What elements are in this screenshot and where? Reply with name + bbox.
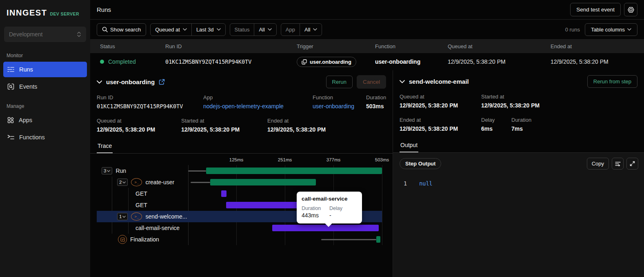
field-step-duration: Duration 7ms bbox=[511, 117, 637, 132]
tooltip-title: call-email-service bbox=[302, 196, 357, 202]
status-filter-dropdown[interactable]: All bbox=[254, 24, 276, 36]
sidebar-item-runs[interactable]: Runs bbox=[3, 62, 87, 77]
field-duration: Duration 503ms bbox=[366, 94, 386, 109]
sidebar-item-label: Apps bbox=[19, 117, 32, 123]
field-run-id: Run ID 01KC1ZMSBNY9ZQT415RP94K0TV bbox=[97, 94, 203, 109]
finalization-check-icon bbox=[118, 235, 127, 244]
sidebar-item-label: Runs bbox=[19, 66, 33, 73]
dev-server-badge: DEV SERVER bbox=[50, 11, 79, 16]
field-step-started-at: Started at 12/9/2025, 5:38:20 PM bbox=[481, 94, 637, 109]
app-link[interactable]: nodejs-open-telemetry-example bbox=[203, 103, 313, 109]
manage-section-label: Manage bbox=[7, 103, 84, 109]
function-link[interactable]: user-onboarding bbox=[313, 103, 366, 109]
trace-bar[interactable] bbox=[226, 202, 299, 208]
run-detail-tabs: Trace bbox=[90, 140, 393, 154]
field-step-queued-at: Queued at 12/9/2025, 5:38:20 PM bbox=[400, 94, 481, 109]
column-header-status[interactable]: Status bbox=[100, 43, 165, 49]
trace-bar[interactable] bbox=[272, 225, 379, 231]
tab-trace[interactable]: Trace bbox=[97, 140, 113, 153]
trace-bar[interactable] bbox=[206, 168, 382, 174]
trace-bar[interactable] bbox=[221, 190, 227, 197]
trace-row-create-user[interactable]: 2>_create-user bbox=[97, 176, 382, 188]
brand: INNGEST DEV SERVER bbox=[0, 0, 90, 19]
field-started-at: Started at 12/9/2025, 5:38:20 PM bbox=[181, 118, 267, 133]
sidebar-item-functions[interactable]: Functions bbox=[3, 130, 87, 145]
send-test-event-button[interactable]: Send test event bbox=[570, 3, 621, 16]
tooltip-delay-label: Delay bbox=[329, 206, 357, 211]
cancel-button: Cancel bbox=[357, 75, 386, 89]
chevron-down-icon bbox=[627, 28, 631, 31]
sidebar-item-events[interactable]: Events bbox=[3, 79, 87, 94]
trace-bar[interactable] bbox=[210, 179, 316, 185]
column-header-queued-at[interactable]: Queued at bbox=[448, 43, 551, 49]
inngest-logo: INNGEST bbox=[7, 8, 47, 18]
trace-axis-labels: 125ms251ms377ms503ms bbox=[188, 156, 382, 165]
functions-icon bbox=[7, 134, 14, 140]
trace-tooltip: call-email-serviceDurationDelay443ms- bbox=[297, 192, 362, 223]
trace-row-finalization[interactable]: Finalization bbox=[97, 234, 382, 245]
trace-row-label: send-welcome... bbox=[145, 213, 187, 220]
sidebar-item-apps[interactable]: Apps bbox=[3, 112, 87, 128]
chevron-down-icon bbox=[313, 28, 317, 31]
field-ended-at: Ended at 12/9/2025, 5:38:20 PM bbox=[267, 118, 386, 133]
time-field-dropdown[interactable]: Queued at bbox=[151, 24, 191, 36]
chevron-down-icon bbox=[217, 28, 221, 31]
code-value: null bbox=[419, 180, 433, 187]
collapse-count-badge[interactable]: 2 bbox=[117, 179, 128, 186]
trigger-badge[interactable]: user.onboarding bbox=[297, 57, 356, 67]
copy-button[interactable]: Copy bbox=[587, 158, 609, 170]
collapse-chevron-icon[interactable] bbox=[400, 80, 405, 83]
trace-row-run[interactable]: 3Run bbox=[97, 165, 382, 176]
sidebar: INNGEST DEV SERVER Development Monitor R… bbox=[0, 0, 90, 277]
runs-icon bbox=[7, 67, 14, 72]
function-cell[interactable]: user-onboarding bbox=[375, 58, 448, 65]
show-search-button[interactable]: Show search bbox=[97, 23, 146, 36]
field-queued-at: Queued at 12/9/2025, 5:38:20 PM bbox=[97, 118, 181, 133]
event-icon bbox=[302, 59, 307, 65]
status-filter-label: Status bbox=[230, 24, 254, 36]
table-columns-button[interactable]: Table columns bbox=[585, 23, 637, 36]
status-filter: Status All bbox=[230, 23, 277, 36]
output-code: 1 null bbox=[393, 174, 644, 187]
collapse-count-badge[interactable]: 1 bbox=[117, 213, 128, 220]
column-header-trigger[interactable]: Trigger bbox=[297, 43, 375, 49]
trace-time-axis: 125ms251ms377ms503ms bbox=[97, 156, 382, 165]
collapse-chevron-icon[interactable] bbox=[97, 80, 102, 84]
tab-output[interactable]: Output bbox=[400, 139, 418, 152]
app-filter-dropdown[interactable]: All bbox=[300, 24, 322, 36]
time-filter: Queued at Last 3d bbox=[150, 23, 225, 36]
status-dot-completed bbox=[100, 60, 104, 64]
time-range-dropdown[interactable]: Last 3d bbox=[191, 24, 225, 36]
workspace-select[interactable]: Development bbox=[4, 27, 86, 42]
expand-button[interactable] bbox=[626, 158, 638, 170]
trace-row-call-email-service[interactable]: call-email-service bbox=[97, 222, 382, 234]
rerun-button[interactable]: Rerun bbox=[326, 76, 353, 88]
sidebar-item-label: Functions bbox=[19, 134, 45, 141]
step-detail-title: send-welcome-email bbox=[409, 78, 469, 85]
expand-icon bbox=[630, 161, 635, 166]
external-link-icon[interactable] bbox=[159, 79, 165, 85]
rerun-from-step-button[interactable]: Rerun from step bbox=[587, 75, 637, 88]
step-run-icon: >_ bbox=[131, 212, 142, 221]
trace-row-label: GET bbox=[135, 190, 147, 197]
settings-button[interactable] bbox=[624, 3, 637, 16]
axis-tick-label: 503ms bbox=[375, 157, 389, 162]
step-detail-panel: send-welcome-email Rerun from step Queue… bbox=[393, 70, 644, 277]
column-header-ended-at[interactable]: Ended at bbox=[551, 43, 644, 49]
table-row[interactable]: Completed 01KC1ZMSBNY9ZQT415RP94K0TV use… bbox=[90, 53, 644, 70]
app-filter: App All bbox=[281, 23, 322, 36]
trace-delay-line bbox=[191, 182, 210, 183]
search-icon bbox=[102, 27, 108, 32]
step-run-icon: >_ bbox=[131, 178, 142, 186]
topbar: Runs Send test event bbox=[90, 0, 644, 20]
trace-rows: 3Run2>_create-userGETGET1>_send-welcome.… bbox=[97, 165, 382, 245]
collapse-count-badge[interactable]: 3 bbox=[102, 167, 112, 174]
field-step-delay: Delay 6ms bbox=[481, 117, 511, 132]
run-id-cell[interactable]: 01KC1ZMSBNY9ZQT415RP94K0TV bbox=[165, 58, 297, 65]
column-header-run-id[interactable]: Run ID bbox=[165, 43, 297, 49]
word-wrap-button[interactable] bbox=[612, 158, 624, 170]
column-header-function[interactable]: Function bbox=[375, 43, 448, 49]
page-title: Runs bbox=[97, 6, 111, 13]
run-detail-panel: user-onboarding Rerun Cancel Run ID 01KC… bbox=[90, 70, 393, 277]
trace-bar[interactable] bbox=[376, 236, 380, 243]
